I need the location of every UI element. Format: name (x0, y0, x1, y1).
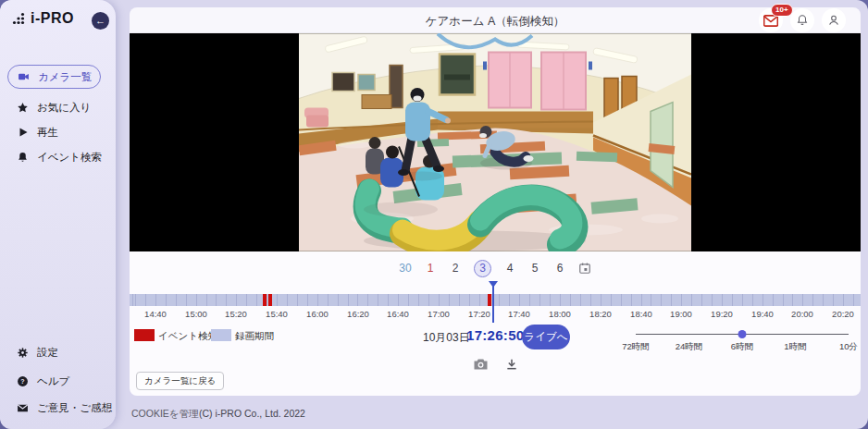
page-day-2[interactable]: 2 (449, 262, 462, 275)
timeline-event-mark[interactable] (488, 294, 491, 306)
header-icons: 10+ (759, 8, 846, 32)
range-option-24h[interactable]: 24時間 (676, 341, 703, 353)
page-day-30[interactable]: 30 (399, 262, 412, 275)
sidebar-item-label: 設定 (37, 346, 58, 360)
camera-photo-icon (473, 358, 489, 371)
person-icon (827, 14, 840, 27)
timeline-tick: 20:00 (791, 309, 813, 319)
timeline-tick: 14:40 (144, 309, 167, 319)
notifications-mail-button[interactable]: 10+ (759, 8, 783, 32)
timeline-tick: 17:40 (508, 309, 530, 319)
range-option-6h[interactable]: 6時間 (731, 341, 753, 353)
page-day-4[interactable]: 4 (503, 262, 516, 275)
timeline-tick: 17:20 (468, 309, 490, 319)
media-actions (130, 355, 861, 374)
snapshot-button[interactable] (473, 358, 489, 371)
bell-icon (17, 152, 29, 164)
range-slider-handle[interactable] (738, 330, 747, 338)
app-logo: i-PRO (12, 10, 74, 27)
playback-date: 10月03日 (423, 330, 470, 346)
sidebar: i-PRO ← カメラ一覧 お気に入り 再生 イベント検索 (0, 0, 116, 429)
timeline-tick: 16:00 (306, 309, 329, 319)
recording-legend-label: 録画期間 (235, 330, 274, 343)
timeline-scrubber[interactable] (130, 294, 861, 306)
timeline-tick: 15:40 (266, 309, 288, 319)
main-header: ケアホーム A（転倒検知） 10+ (130, 7, 861, 33)
video-player (130, 33, 861, 251)
account-button[interactable] (822, 8, 846, 32)
timeline-event-mark[interactable] (268, 294, 272, 306)
copyright-text: (C) i-PRO Co., Ltd. 2022 (199, 408, 305, 419)
mail-icon (17, 402, 29, 414)
mail-badge: 10+ (771, 4, 793, 17)
sidebar-item-settings[interactable]: 設定 (7, 342, 109, 362)
app-window: i-PRO ← カメラ一覧 お気に入り 再生 イベント検索 (0, 0, 868, 429)
notification-bell-button[interactable] (790, 8, 814, 32)
event-legend-swatch (134, 329, 155, 341)
svg-text:?: ? (20, 377, 24, 384)
bell-outline-icon (796, 14, 809, 27)
sidebar-item-favorites[interactable]: お気に入り (7, 97, 109, 117)
sidebar-item-feedback[interactable]: ご意見・ご感想 (7, 398, 109, 418)
range-option-1h[interactable]: 1時間 (784, 341, 806, 353)
sidebar-item-label: 再生 (37, 126, 58, 140)
timeline-tick: 16:20 (347, 309, 369, 319)
sidebar-item-help[interactable]: ? ヘルプ (7, 371, 109, 391)
timeline-tick: 18:00 (549, 309, 571, 319)
logo-dots-icon (12, 11, 27, 26)
download-icon (505, 358, 518, 371)
timeline-tick: 19:00 (670, 309, 692, 319)
sidebar-collapse-button[interactable]: ← (92, 12, 109, 30)
content-card: 30 1 2 3 4 5 6 14:40 15:00 15:20 (130, 33, 861, 396)
back-to-camera-list-button[interactable]: カメラ一覧に戻る (136, 372, 224, 390)
sidebar-item-label: カメラ一覧 (38, 70, 92, 84)
page-day-1[interactable]: 1 (424, 262, 437, 275)
recording-legend-swatch (211, 329, 231, 341)
sidebar-item-event-search[interactable]: イベント検索 (7, 147, 109, 167)
timeline-tick: 15:20 (225, 309, 247, 319)
gear-icon (17, 347, 29, 359)
page-day-5[interactable]: 5 (528, 262, 541, 275)
range-option-72h[interactable]: 72時間 (622, 341, 650, 353)
date-pagination: 30 1 2 3 4 5 6 (130, 258, 861, 278)
page-title: ケアホーム A（転倒検知） (130, 14, 861, 30)
timeline-tick: 20:20 (832, 309, 854, 319)
timeline-tick: 15:00 (185, 309, 207, 319)
timeline-tick: 18:20 (589, 309, 612, 319)
calendar-picker-button[interactable] (578, 262, 591, 275)
page-day-6[interactable]: 6 (553, 262, 566, 275)
sidebar-item-playback[interactable]: 再生 (7, 122, 109, 142)
sidebar-item-label: ヘルプ (37, 374, 69, 388)
play-icon (17, 127, 29, 139)
sidebar-item-label: お気に入り (37, 101, 91, 115)
wooden-desk (362, 95, 391, 109)
timeline-tick: 18:40 (630, 309, 652, 319)
bulletin-board (332, 73, 354, 92)
window (358, 75, 375, 91)
range-option-10m[interactable]: 10分 (839, 341, 858, 353)
timeline-tick: 19:20 (711, 309, 733, 319)
logo-text: i-PRO (31, 10, 74, 27)
timeline-event-mark[interactable] (263, 294, 267, 306)
go-live-button[interactable]: ライブへ (522, 325, 570, 349)
video-camera-icon (18, 71, 30, 83)
calendar-icon (578, 262, 591, 275)
star-icon (17, 102, 29, 114)
timeline-tick: 19:40 (751, 309, 774, 319)
playback-time: 17:26:50 (466, 327, 524, 343)
download-button[interactable] (505, 358, 518, 371)
time-range-slider: 72時間 24時間 6時間 1時間 10分 (631, 325, 851, 353)
cookie-manage-link[interactable]: COOKIEを管理 (131, 408, 199, 421)
pink-armchair (304, 108, 329, 128)
page-day-3-current[interactable]: 3 (474, 260, 491, 277)
timeline: 14:40 15:00 15:20 15:40 16:00 16:20 16:4… (130, 279, 861, 327)
event-legend-label: イベント検知 (158, 330, 217, 343)
timeline-tick: 17:00 (428, 309, 450, 319)
help-icon: ? (17, 375, 29, 387)
timeline-tick: 16:40 (387, 309, 409, 319)
sidebar-item-label: ご意見・ご感想 (37, 401, 112, 415)
sidebar-item-camera-list[interactable]: カメラ一覧 (7, 65, 101, 89)
sidebar-item-label: イベント検索 (37, 151, 102, 165)
camera-video-frame (299, 33, 691, 251)
